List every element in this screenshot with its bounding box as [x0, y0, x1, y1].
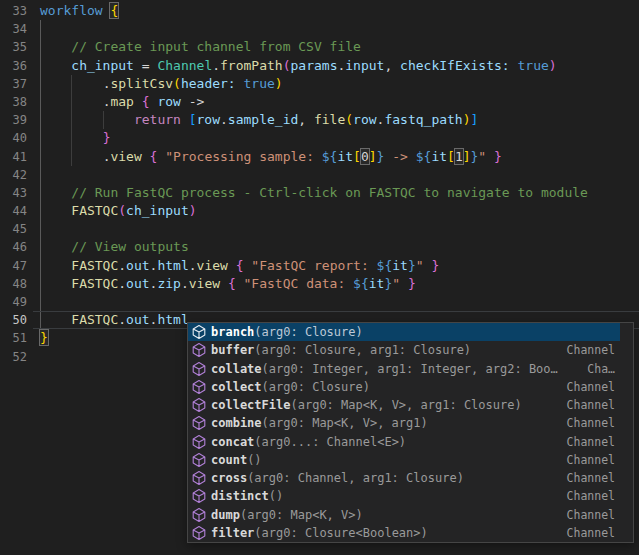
suggest-item-type: Channel [567, 508, 620, 522]
symbol-method-icon [191, 507, 207, 523]
code-line-48[interactable]: FASTQC.out.zip.view { "FastQC data: ${it… [33, 275, 639, 293]
suggest-item-signature: (arg0: Map<K, V>) [240, 508, 363, 522]
suggest-item-label: filter [211, 526, 254, 540]
suggest-item-type: Channel [567, 453, 620, 467]
suggest-item-label: collect [211, 380, 262, 394]
code-line-46[interactable]: // View outputs [33, 238, 639, 256]
suggest-item-signature: (arg0: Closure) [262, 380, 370, 394]
code-line-34[interactable] [33, 20, 639, 38]
suggest-item-label: dump [211, 508, 240, 522]
suggest-item-label: combine [211, 416, 262, 430]
line-number[interactable]: 36 [0, 57, 33, 75]
line-number[interactable]: 38 [0, 93, 33, 111]
suggest-item-type: Channel [567, 471, 620, 485]
symbol-method-icon [191, 488, 207, 504]
suggest-item-label: count [211, 453, 247, 467]
line-number[interactable]: 47 [0, 257, 33, 275]
code-lines[interactable]: workflow { // Create input channel from … [33, 2, 639, 366]
code-editor: 3334353637383940414243444546474849505152… [0, 0, 639, 555]
line-number[interactable]: 44 [0, 202, 33, 220]
symbol-method-icon [191, 452, 207, 468]
suggest-item-label: collectFile [211, 398, 290, 412]
suggest-item-count[interactable]: count()Channel [188, 451, 620, 469]
suggest-item-label: distinct [211, 489, 269, 503]
line-number[interactable]: 51 [0, 329, 33, 347]
symbol-method-icon [191, 415, 207, 431]
line-number[interactable]: 46 [0, 238, 33, 256]
line-number[interactable]: 42 [0, 166, 33, 184]
suggest-item-collectFile[interactable]: collectFile(arg0: Map<K, V>, arg1: Closu… [188, 396, 620, 414]
suggest-item-signature: (arg0: Integer, arg1: Integer, arg2: Boo… [262, 362, 558, 376]
suggest-item-distinct[interactable]: distinct()Channel [188, 487, 620, 505]
line-number[interactable]: 39 [0, 111, 33, 129]
suggest-item-type: Channel [567, 435, 620, 449]
code-line-39[interactable]: return [row.sample_id, file(row.fastq_pa… [33, 111, 639, 129]
symbol-method-icon [191, 324, 207, 340]
symbol-method-icon [191, 434, 207, 450]
line-number[interactable]: 33 [0, 2, 33, 20]
suggest-item-type: Channel [567, 343, 620, 357]
code-line-41[interactable]: .view { "Processing sample: ${it[0]} -> … [33, 148, 639, 166]
code-line-40[interactable]: } [33, 129, 639, 147]
suggest-item-signature: (arg0: Closure<Boolean>) [254, 526, 427, 540]
code-line-44[interactable]: FASTQC(ch_input) [33, 202, 639, 220]
code-line-36[interactable]: ch_input = Channel.fromPath(params.input… [33, 57, 639, 75]
matched-bracket: } [40, 330, 48, 345]
matched-bracket: { [110, 3, 118, 18]
suggest-item-collate[interactable]: collate(arg0: Integer, arg1: Integer, ar… [188, 360, 620, 378]
line-number[interactable]: 37 [0, 75, 33, 93]
suggest-item-type: Channel [567, 526, 620, 540]
line-number[interactable]: 52 [0, 348, 33, 366]
suggest-item-signature: (arg0: Channel, arg1: Closure) [247, 471, 464, 485]
suggest-item-signature: (arg0...: Channel<E>) [254, 435, 406, 449]
suggest-item-label: concat [211, 435, 254, 449]
line-number[interactable]: 34 [0, 20, 33, 38]
symbol-method-icon [191, 525, 207, 541]
suggest-item-type: Channel [567, 398, 620, 412]
suggest-item-buffer[interactable]: buffer(arg0: Closure, arg1: Closure)Chan… [188, 341, 620, 359]
suggest-item-type: Cha… [587, 362, 620, 376]
suggest-item-label: cross [211, 471, 247, 485]
suggest-scrollbar[interactable] [620, 323, 633, 542]
suggest-item-signature: (arg0: Closure) [254, 325, 362, 339]
suggest-item-cross[interactable]: cross(arg0: Channel, arg1: Closure)Chann… [188, 469, 620, 487]
suggest-item-type: Channel [567, 489, 620, 503]
line-number[interactable]: 49 [0, 293, 33, 311]
symbol-method-icon [191, 397, 207, 413]
suggest-item-signature: () [247, 453, 261, 467]
matched-bracket: 0 [361, 149, 369, 164]
suggest-item-combine[interactable]: combine(arg0: Map<K, V>, arg1)Channel [188, 414, 620, 432]
line-number[interactable]: 40 [0, 129, 33, 147]
line-number[interactable]: 50 [0, 311, 33, 329]
suggest-item-concat[interactable]: concat(arg0...: Channel<E>)Channel [188, 433, 620, 451]
line-number-gutter[interactable]: 3334353637383940414243444546474849505152 [0, 2, 33, 366]
suggest-item-dump[interactable]: dump(arg0: Map<K, V>)Channel [188, 506, 620, 524]
line-number[interactable]: 41 [0, 148, 33, 166]
suggest-item-branch[interactable]: branch(arg0: Closure) [188, 323, 620, 341]
autocomplete-popup: branch(arg0: Closure)buffer(arg0: Closur… [187, 322, 634, 543]
suggest-item-collect[interactable]: collect(arg0: Closure)Channel [188, 378, 620, 396]
code-line-37[interactable]: .splitCsv(header: true) [33, 75, 639, 93]
code-line-49[interactable] [33, 293, 639, 311]
code-line-43[interactable]: // Run FastQC process - Ctrl-click on FA… [33, 184, 639, 202]
suggest-item-type: Channel [567, 416, 620, 430]
suggest-item-signature: (arg0: Closure, arg1: Closure) [254, 343, 471, 357]
code-line-45[interactable] [33, 220, 639, 238]
suggest-item-filter[interactable]: filter(arg0: Closure<Boolean>)Channel [188, 524, 620, 542]
line-number[interactable]: 35 [0, 38, 33, 56]
code-line-42[interactable] [33, 166, 639, 184]
matched-bracket: 1 [455, 149, 463, 164]
code-line-33[interactable]: workflow { [33, 2, 639, 20]
suggest-item-signature: (arg0: Map<K, V>, arg1: Closure) [290, 398, 521, 412]
line-number[interactable]: 48 [0, 275, 33, 293]
symbol-method-icon [191, 470, 207, 486]
symbol-method-icon [191, 342, 207, 358]
code-line-35[interactable]: // Create input channel from CSV file [33, 38, 639, 56]
code-line-47[interactable]: FASTQC.out.html.view { "FastQC report: $… [33, 257, 639, 275]
line-number[interactable]: 43 [0, 184, 33, 202]
symbol-method-icon [191, 379, 207, 395]
line-number[interactable]: 45 [0, 220, 33, 238]
suggest-item-label: collate [211, 362, 262, 376]
code-line-38[interactable]: .map { row -> [33, 93, 639, 111]
suggest-item-label: buffer [211, 343, 254, 357]
